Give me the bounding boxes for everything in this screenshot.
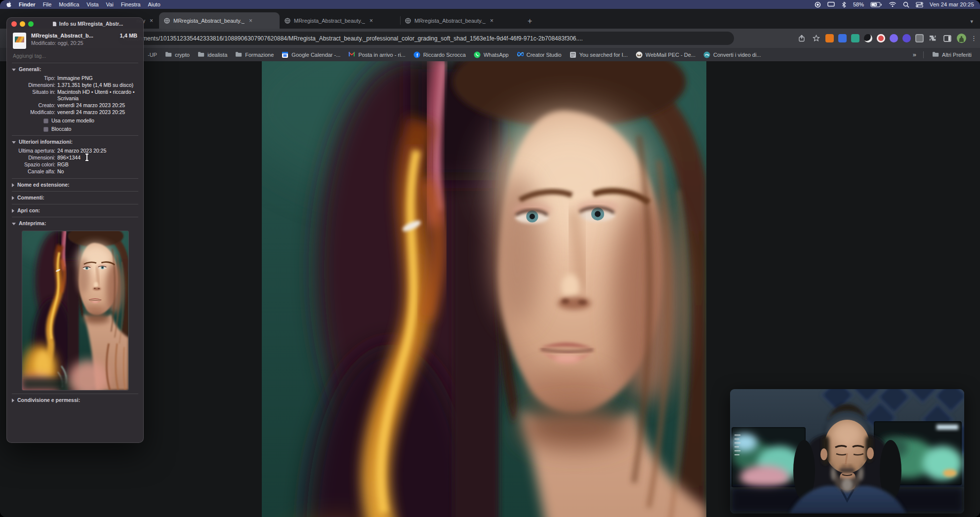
macos-menu-bar: Finder File Modifica Vista Vai Finestra … [0,0,980,9]
section-preview[interactable]: Anteprima: [7,217,143,230]
folder-icon [235,51,242,58]
browser-menu-kebab-icon[interactable]: ⋮ [971,35,977,42]
globe-favicon [164,18,170,24]
add-tags-input[interactable] [13,53,137,59]
bookmark-label: WebMail PEC - De... [646,52,695,58]
section-general-header[interactable]: Generali: [12,66,138,73]
info-row-modificato: Modificato:venerdì 24 marzo 2023 20:25 [12,109,138,116]
checkbox[interactable] [43,119,48,123]
bookmark-webmail-pec[interactable]: WebMail PEC - De... [632,50,699,60]
info-row-dimensioni-byte: Dimensioni:1.371.351 byte (1,4 MB su dis… [12,82,138,88]
tab-3[interactable]: MRregista_Abstract_beauty._ × [280,12,400,29]
google-calendar-icon [282,51,288,58]
close-traffic-light[interactable] [11,21,17,27]
bookmark-up[interactable]: -UP [144,50,161,59]
browser-toolbar: /attachments/1013512335442333816/1088906… [0,29,980,48]
tab-close-icon[interactable]: × [248,17,253,24]
bookmark-star-icon[interactable] [811,34,821,43]
webcam-video-overlay [730,389,964,514]
display-icon[interactable] [827,1,835,7]
png-file-icon [13,33,26,49]
info-row-tipo: Tipo:Immagine PNG [12,75,138,81]
section-more-info-header[interactable]: Ulteriori informazioni: [12,139,138,145]
battery-icon[interactable] [870,2,882,7]
zoom-traffic-light[interactable] [28,21,34,27]
tab-strip-chevron-icon[interactable]: ▾ [963,18,980,29]
menu-bar-clock[interactable]: Ven 24 mar 20:25 [930,1,974,7]
globe-favicon [405,18,411,24]
bookmark-creator-studio[interactable]: Creator Studio [513,50,565,60]
section-open-with[interactable]: Apri con: [7,204,143,217]
tab-4[interactable]: MRregista_Abstract_beauty._ × [400,12,521,29]
info-row-spazio-colori: Spazio colori:RGB [12,161,138,168]
bookmark-label: Posta in arrivo - ri... [358,52,405,58]
bookmark-you-searched[interactable]: You searched for I... [566,50,631,60]
tab-label: MRregista_Abstract_beauty._ [173,18,245,24]
checkbox-bloccato[interactable]: Bloccato [43,126,138,132]
omnibox-url-field[interactable]: /attachments/1013512335442333816/1088906… [118,32,734,45]
section-sharing-permissions[interactable]: Condivisione e permessi: [7,394,143,406]
new-tab-button[interactable]: + [521,17,539,29]
bookmark-gmail[interactable]: Posta in arrivo - ri... [345,50,408,60]
menu-item-file[interactable]: File [43,1,52,7]
meta-infinity-icon [517,51,524,58]
extension-icon-3[interactable] [851,34,859,42]
extension-icon-8[interactable] [915,34,924,42]
extension-icon-6[interactable] [890,34,898,42]
bookmark-label: WhatsApp [484,52,509,58]
extension-icon-2[interactable] [838,34,847,42]
profile-avatar[interactable] [957,34,966,43]
info-window-titlebar[interactable]: Info su MRregista_Abstr... [7,18,143,30]
menu-item-modifica[interactable]: Modifica [59,1,79,7]
bookmark-label: You searched for I... [579,52,628,58]
section-name-extension[interactable]: Nome ed estensione: [7,179,143,191]
bookmark-label: Formazione [245,52,274,58]
bookmark-label: Creator Studio [527,52,562,58]
bookmark-google-calendar[interactable]: Google Calendar -... [278,50,344,60]
section-comments[interactable]: Commenti: [7,192,143,204]
bookmark-folder-idealista[interactable]: idealista [194,50,231,60]
tab-2-active[interactable]: MRregista_Abstract_beauty._ × [159,12,280,29]
minimize-traffic-light[interactable] [20,21,25,27]
bookmark-folder-crypto[interactable]: crypto [162,50,193,60]
extension-icon-5[interactable] [877,34,885,42]
side-panel-icon[interactable] [942,34,952,43]
apple-menu-icon[interactable] [6,1,11,8]
bookmarks-separator [923,51,924,58]
bookmark-folder-formazione[interactable]: Formazione [232,50,277,60]
generic-favicon [570,51,576,58]
checkbox[interactable] [43,127,48,132]
bookmark-facebook[interactable]: f Riccardo Scrocca [410,50,469,60]
share-icon[interactable] [797,34,807,43]
artwork-image [262,61,706,517]
menu-item-finestra[interactable]: Finestra [121,1,141,7]
spotlight-search-icon[interactable] [903,1,909,8]
battery-percent: 58% [853,1,864,7]
bookmarks-overflow-chevron[interactable]: » [911,51,918,58]
extension-icon-7[interactable] [902,34,911,42]
bookmark-label: Altri Preferiti [942,52,972,58]
video-converter-icon [703,51,710,58]
wifi-icon[interactable] [889,1,897,7]
tab-close-icon[interactable]: × [489,17,494,24]
extension-icon-4[interactable] [864,34,872,42]
tab-close-icon[interactable]: × [149,17,154,24]
extension-icon-1[interactable] [825,34,834,42]
menu-item-aiuto[interactable]: Aiuto [148,1,160,7]
bookmark-whatsapp[interactable]: WhatsApp [470,50,512,60]
bluetooth-icon[interactable] [841,1,847,8]
bookmark-converti-video[interactable]: Converti i video di... [700,50,765,60]
bookmark-label: Riccardo Scrocca [423,52,466,58]
menu-item-vai[interactable]: Vai [106,1,114,7]
chevron-down-icon [12,69,16,71]
screen-record-icon[interactable] [815,1,821,8]
menu-item-vista[interactable]: Vista [86,1,98,7]
checkbox-usa-come-modello[interactable]: Usa come modello [43,118,138,124]
finder-info-window: Info su MRregista_Abstr... MRregista_Abs… [6,17,144,443]
other-bookmarks-folder[interactable]: Altri Preferiti [929,50,975,60]
control-center-icon[interactable] [916,2,923,7]
info-row-dimensioni-px: Dimensioni:896×1344 [12,155,138,161]
tab-close-icon[interactable]: × [368,17,374,24]
menu-item-finder[interactable]: Finder [19,1,36,7]
extensions-puzzle-icon[interactable] [928,34,938,43]
